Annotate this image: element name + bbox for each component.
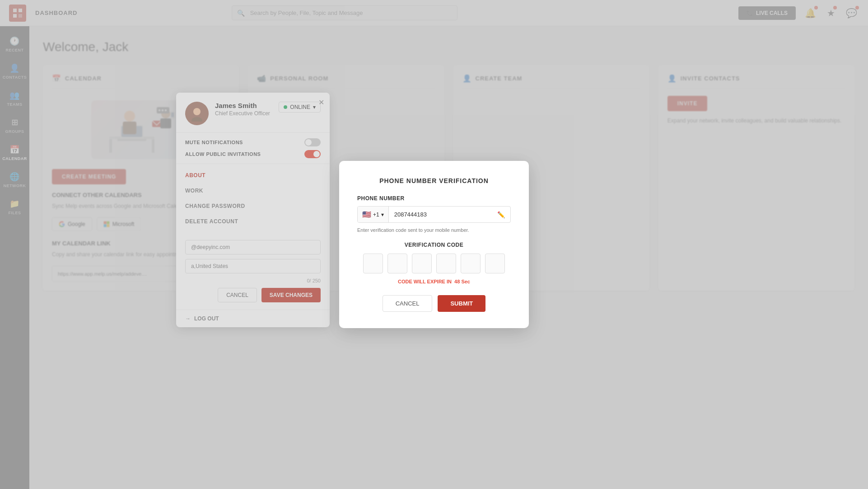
expire-text: CODE WILL EXPIRE IN 48 Sec xyxy=(357,279,511,284)
modal-submit-button[interactable]: SUBMIT xyxy=(438,295,485,312)
phone-number-label: PHONE NUMBER xyxy=(357,195,511,202)
modal-cancel-button[interactable]: CANCEL xyxy=(383,295,433,312)
flag-icon: 🇺🇸 xyxy=(362,210,371,219)
phone-number-input[interactable] xyxy=(389,207,492,221)
phone-edit-button[interactable]: ✏️ xyxy=(492,207,510,222)
modal-actions: CANCEL SUBMIT xyxy=(357,295,511,312)
phone-input-row: 🇺🇸 +1 ▾ ✏️ xyxy=(357,206,511,223)
country-chevron-icon: ▾ xyxy=(381,212,384,218)
verification-code-boxes xyxy=(357,254,511,273)
phone-verification-modal: PHONE NUMBER VERIFICATION PHONE NUMBER 🇺… xyxy=(339,161,529,328)
verification-code-label: VERIFICATION CODE xyxy=(357,242,511,248)
modal-title: PHONE NUMBER VERIFICATION xyxy=(357,177,511,184)
verif-box-2[interactable] xyxy=(387,254,407,273)
verif-box-4[interactable] xyxy=(436,254,456,273)
verif-box-3[interactable] xyxy=(412,254,432,273)
verif-box-5[interactable] xyxy=(461,254,481,273)
verif-box-1[interactable] xyxy=(363,254,383,273)
expire-timer: 48 Sec xyxy=(454,279,470,284)
country-selector[interactable]: 🇺🇸 +1 ▾ xyxy=(358,207,389,222)
phone-hint: Enter verification code sent to your mob… xyxy=(357,227,511,233)
verif-box-6[interactable] xyxy=(485,254,505,273)
modal-backdrop: PHONE NUMBER VERIFICATION PHONE NUMBER 🇺… xyxy=(0,0,868,489)
